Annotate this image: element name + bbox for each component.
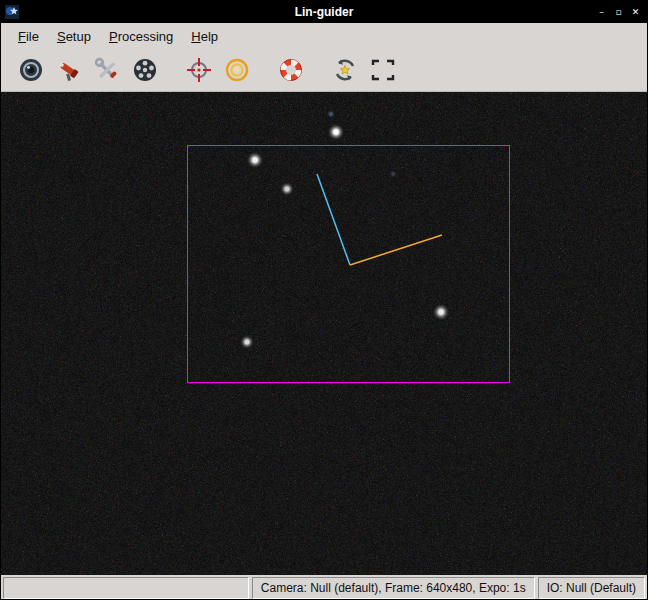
calibration-icon: [332, 57, 358, 83]
window-title: Lin-guider: [1, 5, 647, 19]
app-icon: [4, 4, 20, 20]
subframe-icon: [370, 57, 396, 83]
viewport: [1, 92, 647, 575]
calibration-button[interactable]: [329, 54, 361, 86]
window-controls: – ▫ ✕: [594, 5, 647, 20]
titlebar[interactable]: Lin-guider – ▫ ✕: [1, 1, 647, 23]
video-reel-icon: [132, 57, 158, 83]
common-setup-button[interactable]: [91, 54, 123, 86]
camera-setup-button[interactable]: [15, 54, 47, 86]
status-panel-empty: [3, 577, 249, 599]
status-io-info: IO: Null (Default): [538, 577, 645, 599]
target-icon: [224, 57, 250, 83]
status-camera-info: Camera: Null (default), Frame: 640x480, …: [252, 577, 535, 599]
toolbar-group-guiding: [183, 54, 253, 86]
menu-processing[interactable]: Processing: [100, 23, 182, 49]
about-button[interactable]: [275, 54, 307, 86]
lifebuoy-help-icon: [278, 57, 304, 83]
menu-help[interactable]: Help: [182, 23, 227, 49]
menu-setup[interactable]: Setup: [48, 23, 100, 49]
minimize-button[interactable]: –: [594, 5, 609, 20]
menu-file[interactable]: File: [9, 23, 48, 49]
telescope-setup-button[interactable]: [53, 54, 85, 86]
guide-image[interactable]: [1, 92, 647, 575]
reticle-button[interactable]: [183, 54, 215, 86]
camera-icon: [18, 57, 44, 83]
video-settings-button[interactable]: [129, 54, 161, 86]
toolbar-group-setup: [15, 54, 161, 86]
toolbar-group-help: [275, 54, 307, 86]
maximize-button[interactable]: ▫: [611, 5, 626, 20]
setup-tools-icon: [94, 57, 120, 83]
statusbar: Camera: Null (default), Frame: 640x480, …: [1, 575, 647, 600]
telescope-icon: [56, 57, 82, 83]
toolbar-group-frame: [329, 54, 399, 86]
toolbar: [1, 49, 647, 92]
menubar: File Setup Processing Help: [1, 23, 647, 49]
guider-dialog-button[interactable]: [221, 54, 253, 86]
subframe-button[interactable]: [367, 54, 399, 86]
close-button[interactable]: ✕: [628, 5, 643, 20]
reticle-icon: [186, 57, 212, 83]
app-window: Lin-guider – ▫ ✕ File Setup Processing H…: [0, 0, 648, 600]
